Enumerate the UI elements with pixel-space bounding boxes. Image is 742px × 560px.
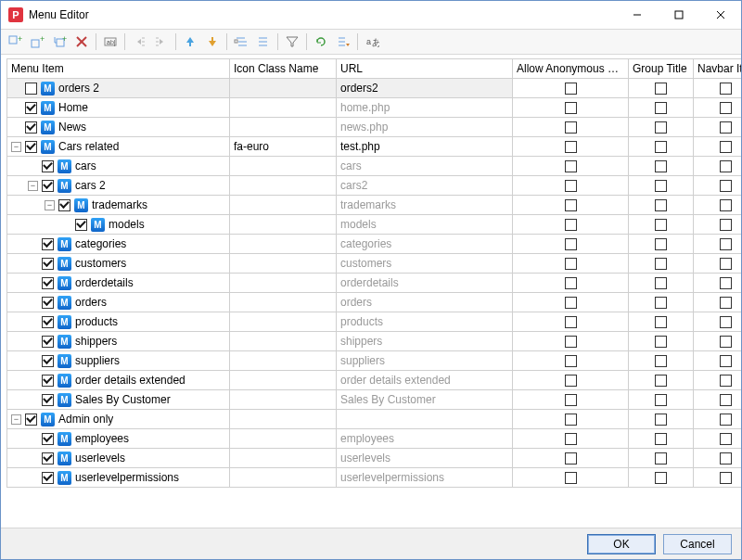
group-title-cell[interactable] — [629, 137, 694, 157]
url-cell[interactable]: Sales By Customer — [337, 390, 513, 410]
url-cell[interactable]: home.php — [337, 98, 513, 118]
icon-class-cell[interactable] — [230, 429, 337, 449]
checkbox[interactable] — [655, 219, 667, 231]
rename-icon[interactable]: ab| — [100, 32, 121, 52]
navbar-item-cell[interactable] — [694, 196, 742, 215]
checkbox[interactable] — [655, 297, 667, 309]
allow-anon-cell[interactable] — [513, 429, 629, 449]
checkbox[interactable] — [565, 121, 577, 134]
row-checkbox[interactable] — [25, 121, 37, 134]
allow-anon-cell[interactable] — [513, 351, 629, 371]
table-row[interactable]: Muserlevelpermissionsuserlevelpermission… — [7, 468, 742, 488]
ok-button[interactable]: OK — [587, 534, 656, 554]
checkbox[interactable] — [655, 355, 667, 367]
navbar-item-cell[interactable] — [694, 390, 742, 410]
group-title-cell[interactable] — [629, 176, 694, 196]
group-title-cell[interactable] — [629, 157, 694, 176]
icon-class-cell[interactable] — [230, 215, 337, 235]
navbar-item-cell[interactable] — [694, 351, 742, 371]
checkbox[interactable] — [655, 414, 667, 426]
checkbox[interactable] — [565, 160, 577, 172]
row-checkbox[interactable] — [58, 199, 70, 211]
group-title-cell[interactable] — [629, 410, 694, 429]
allow-anon-cell[interactable] — [513, 449, 629, 468]
allow-anon-cell[interactable] — [513, 371, 629, 390]
table-row[interactable]: −MAdmin only — [7, 410, 742, 429]
row-checkbox[interactable] — [42, 472, 54, 484]
checkbox[interactable] — [655, 83, 667, 95]
table-row[interactable]: Msupplierssuppliers — [7, 351, 742, 371]
checkbox[interactable] — [565, 199, 577, 211]
navbar-item-cell[interactable] — [694, 137, 742, 157]
filter-icon[interactable] — [282, 32, 302, 52]
icon-class-cell[interactable] — [230, 390, 337, 410]
row-checkbox[interactable] — [42, 433, 54, 445]
maximize-button[interactable] — [658, 1, 699, 29]
checkbox[interactable] — [655, 316, 667, 328]
group-title-cell[interactable] — [629, 215, 694, 235]
icon-class-cell[interactable] — [230, 118, 337, 137]
navbar-item-cell[interactable] — [694, 254, 742, 274]
reload-icon[interactable] — [311, 32, 331, 52]
allow-anon-cell[interactable] — [513, 196, 629, 215]
table-row[interactable]: Mcategoriescategories — [7, 235, 742, 254]
url-cell[interactable]: test.php — [337, 137, 513, 157]
indent-icon[interactable] — [151, 32, 172, 52]
table-row[interactable]: Morderdetailsorderdetails — [7, 274, 742, 293]
checkbox[interactable] — [720, 414, 732, 426]
checkbox[interactable] — [565, 414, 577, 426]
row-checkbox[interactable] — [25, 102, 37, 114]
navbar-item-cell[interactable] — [694, 312, 742, 332]
checkbox[interactable] — [655, 180, 667, 192]
navbar-item-cell[interactable] — [694, 449, 742, 468]
table-row[interactable]: MHomehome.php — [7, 98, 742, 118]
navbar-item-cell[interactable] — [694, 468, 742, 488]
allow-anon-cell[interactable] — [513, 137, 629, 157]
row-checkbox[interactable] — [42, 160, 54, 172]
checkbox[interactable] — [655, 121, 667, 134]
checkbox[interactable] — [720, 102, 732, 114]
group-title-cell[interactable] — [629, 468, 694, 488]
outdent-icon[interactable] — [129, 32, 149, 52]
allow-anon-cell[interactable] — [513, 293, 629, 312]
navbar-item-cell[interactable] — [694, 332, 742, 351]
checkbox[interactable] — [720, 394, 732, 406]
row-checkbox[interactable] — [25, 141, 37, 153]
icon-class-cell[interactable]: fa-euro — [230, 137, 337, 157]
row-checkbox[interactable] — [42, 375, 54, 387]
allow-anon-cell[interactable] — [513, 312, 629, 332]
checkbox[interactable] — [655, 452, 667, 465]
icon-class-cell[interactable] — [230, 410, 337, 429]
url-cell[interactable]: news.php — [337, 118, 513, 137]
navbar-item-cell[interactable] — [694, 215, 742, 235]
url-cell[interactable]: userlevels — [337, 449, 513, 468]
allow-anon-cell[interactable] — [513, 157, 629, 176]
url-cell[interactable]: products — [337, 312, 513, 332]
url-cell[interactable]: customers — [337, 254, 513, 274]
checkbox[interactable] — [655, 102, 667, 114]
icon-class-cell[interactable] — [230, 332, 337, 351]
allow-anon-cell[interactable] — [513, 332, 629, 351]
row-checkbox[interactable] — [75, 219, 87, 231]
allow-anon-cell[interactable] — [513, 79, 629, 98]
allow-anon-cell[interactable] — [513, 254, 629, 274]
table-row[interactable]: Mshippersshippers — [7, 332, 742, 351]
checkbox[interactable] — [655, 472, 667, 484]
checkbox[interactable] — [565, 433, 577, 445]
header-url[interactable]: URL — [337, 59, 513, 79]
checkbox[interactable] — [720, 297, 732, 309]
checkbox[interactable] — [720, 199, 732, 211]
row-checkbox[interactable] — [42, 452, 54, 465]
checkbox[interactable] — [565, 297, 577, 309]
checkbox[interactable] — [655, 160, 667, 172]
checkbox[interactable] — [565, 472, 577, 484]
icon-class-cell[interactable] — [230, 312, 337, 332]
navbar-item-cell[interactable] — [694, 157, 742, 176]
move-up-icon[interactable] — [180, 32, 200, 52]
navbar-item-cell[interactable] — [694, 235, 742, 254]
move-down-icon[interactable] — [202, 32, 223, 52]
icon-class-cell[interactable] — [230, 449, 337, 468]
url-cell[interactable]: employees — [337, 429, 513, 449]
url-cell[interactable] — [337, 410, 513, 429]
group-title-cell[interactable] — [629, 351, 694, 371]
